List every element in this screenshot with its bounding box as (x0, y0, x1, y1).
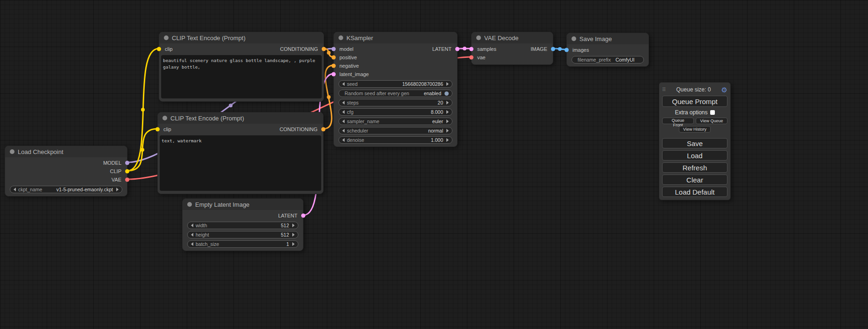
vae-output-dot[interactable] (125, 178, 129, 182)
queue-prompt-button[interactable]: Queue Prompt (662, 96, 727, 107)
queue-front-button[interactable]: Queue Front (662, 118, 694, 124)
increment-arrow-icon[interactable] (446, 129, 449, 133)
comfy-menu-panel[interactable]: ⠿ Queue size: 0 ⚙ Queue Prompt Extra opt… (659, 82, 731, 200)
collapse-dot-icon[interactable] (164, 35, 169, 40)
latent-output-dot[interactable] (301, 214, 305, 218)
latent-image-input-dot[interactable] (332, 72, 336, 77)
increment-arrow-icon[interactable] (446, 110, 449, 114)
node-vae-decode[interactable]: VAE Decode samples IMAGE vae (471, 32, 553, 65)
increment-arrow-icon[interactable] (446, 82, 449, 86)
slot-list: model LATENT positive negative latent_im… (334, 43, 457, 78)
cfg-widget[interactable]: cfg 8.000 (339, 108, 452, 116)
clip-input-dot[interactable] (155, 127, 160, 132)
sampler-name-widget[interactable]: sampler_name euler (339, 118, 452, 125)
increment-arrow-icon[interactable] (292, 233, 295, 237)
collapse-dot-icon[interactable] (339, 35, 343, 40)
node-title-bar[interactable]: Empty Latent Image (183, 199, 303, 210)
extra-options-row: Extra options (662, 109, 727, 116)
node-title-bar[interactable]: CLIP Text Encode (Prompt) (158, 112, 323, 124)
scheduler-widget[interactable]: scheduler normal (339, 127, 452, 134)
collapse-dot-icon[interactable] (476, 35, 481, 40)
increment-arrow-icon[interactable] (292, 242, 295, 246)
negative-input-dot[interactable] (332, 64, 336, 68)
load-button[interactable]: Load (662, 150, 727, 161)
increment-arrow-icon[interactable] (446, 101, 449, 105)
conditioning-output-dot[interactable] (322, 47, 326, 51)
decrement-arrow-icon[interactable] (342, 138, 345, 142)
node-title-bar[interactable]: Save Image (567, 33, 649, 44)
widget-label: cfg (347, 110, 353, 115)
increment-arrow-icon[interactable] (446, 119, 449, 123)
collapse-dot-icon[interactable] (10, 149, 14, 154)
decrement-arrow-icon[interactable] (191, 233, 193, 237)
samples-input-dot[interactable] (469, 47, 473, 51)
width-widget[interactable]: width 512 (187, 222, 298, 229)
drag-handle-icon[interactable]: ⠿ (662, 87, 666, 93)
node-title-bar[interactable]: VAE Decode (472, 32, 553, 43)
steps-widget[interactable]: steps 20 (339, 99, 452, 106)
latent-output-dot[interactable] (455, 47, 459, 51)
clip-output-dot[interactable] (125, 169, 129, 174)
seed-widget[interactable]: seed 156680208700286 (339, 80, 452, 88)
model-output-dot[interactable] (125, 161, 129, 165)
decrement-arrow-icon[interactable] (342, 110, 345, 114)
random-seed-toggle-widget[interactable]: Random seed after every gen enabled (339, 90, 452, 97)
load-default-button[interactable]: Load Default (662, 187, 727, 197)
node-title: CLIP Text Encode (Prompt) (170, 115, 244, 122)
positive-input-dot[interactable] (332, 56, 336, 60)
collapse-dot-icon[interactable] (162, 116, 167, 120)
node-ksampler[interactable]: KSampler model LATENT positive negative … (333, 32, 458, 147)
menu-header: ⠿ Queue size: 0 ⚙ (662, 85, 727, 94)
decrement-arrow-icon[interactable] (342, 101, 345, 105)
save-button[interactable]: Save (662, 138, 727, 148)
widget-label: height (196, 232, 209, 238)
refresh-button[interactable]: Refresh (662, 162, 727, 173)
widget-label: batch_size (196, 242, 219, 247)
node-empty-latent-image[interactable]: Empty Latent Image LATENT width 512 heig… (182, 198, 303, 251)
view-queue-button[interactable]: View Queue (696, 118, 727, 124)
negative-prompt-textarea[interactable]: text, watermark (160, 135, 321, 191)
clip-input-dot[interactable] (157, 47, 161, 51)
node-title-bar[interactable]: CLIP Text Encode (Prompt) (159, 32, 324, 43)
collapse-dot-icon[interactable] (187, 202, 192, 207)
height-widget[interactable]: height 512 (187, 231, 298, 238)
slot-label: vae (477, 55, 486, 60)
slot-row-model-latent: model LATENT (334, 45, 457, 53)
widget-value: 8.000 (431, 110, 443, 115)
view-history-button[interactable]: View History (679, 126, 711, 133)
node-clip-text-encode-negative[interactable]: CLIP Text Encode (Prompt) clip CONDITION… (157, 112, 324, 194)
model-input-dot[interactable] (332, 47, 336, 51)
decrement-arrow-icon[interactable] (191, 242, 193, 246)
slot-row-clip-conditioning: clip CONDITIONING (158, 125, 323, 133)
decrement-arrow-icon[interactable] (14, 188, 16, 191)
vae-input-dot[interactable] (469, 56, 473, 60)
conditioning-output-dot[interactable] (321, 127, 325, 132)
node-save-image[interactable]: Save Image images filename_prefix ComfyU… (566, 33, 649, 67)
filename-prefix-widget[interactable]: filename_prefix ComfyUI (572, 56, 644, 63)
collapse-dot-icon[interactable] (572, 36, 576, 41)
images-input-dot[interactable] (565, 48, 569, 52)
slot-label: CONDITIONING (280, 126, 318, 132)
increment-arrow-icon[interactable] (292, 224, 295, 227)
settings-gear-icon[interactable]: ⚙ (721, 86, 727, 93)
decrement-arrow-icon[interactable] (191, 224, 193, 227)
clear-button[interactable]: Clear (662, 175, 727, 185)
image-output-dot[interactable] (551, 47, 555, 51)
slot-label: clip (165, 46, 173, 52)
extra-options-checkbox[interactable] (710, 110, 715, 115)
node-title-bar[interactable]: KSampler (334, 32, 457, 43)
positive-prompt-textarea[interactable]: beautiful scenery nature glass bottle la… (161, 55, 322, 98)
node-load-checkpoint[interactable]: Load Checkpoint MODEL CLIP VAE ckpt_name… (5, 146, 127, 196)
node-title-bar[interactable]: Load Checkpoint (5, 146, 127, 157)
denoise-widget[interactable]: denoise 1.000 (339, 136, 452, 144)
increment-arrow-icon[interactable] (446, 138, 449, 142)
increment-arrow-icon[interactable] (116, 188, 119, 191)
node-clip-text-encode-positive[interactable]: CLIP Text Encode (Prompt) clip CONDITION… (159, 32, 324, 102)
node-graph-canvas[interactable]: Load Checkpoint MODEL CLIP VAE ckpt_name… (0, 0, 868, 329)
batch-size-widget[interactable]: batch_size 1 (187, 240, 298, 248)
toggle-knob-icon[interactable] (445, 91, 449, 96)
decrement-arrow-icon[interactable] (342, 82, 345, 86)
decrement-arrow-icon[interactable] (342, 119, 345, 123)
ckpt-name-widget[interactable]: ckpt_name v1-5-pruned-emaonly.ckpt (10, 186, 122, 193)
decrement-arrow-icon[interactable] (342, 129, 345, 133)
